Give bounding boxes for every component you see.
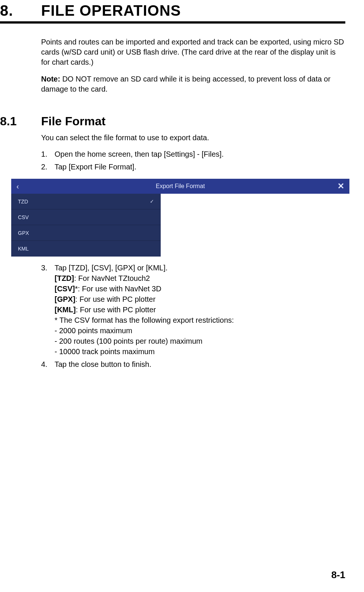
step-text: Tap [Export File Format]. (55, 162, 345, 172)
note-label: Note: (41, 75, 60, 83)
chapter-header: 8. FILE OPERATIONS (0, 0, 345, 19)
format-desc-kml: [KML]: For use with PC plotter (55, 304, 345, 315)
step-number: 1. (41, 149, 55, 159)
format-desc-tzd: [TZD]: For NavNet TZtouch2 (55, 273, 345, 283)
section-number: 8.1 (0, 114, 41, 128)
option-label: CSV (18, 214, 29, 220)
intro-note: Note: DO NOT remove an SD card while it … (41, 74, 345, 94)
section-header: 8.1 File Format (0, 114, 345, 128)
step-3: 3. Tap [TZD], [CSV], [GPX] or [KML]. [TZ… (41, 263, 345, 357)
chapter-rule (0, 21, 345, 24)
close-icon: ✕ (337, 181, 344, 191)
csv-restriction-2: - 200 routes (100 points per route) maxi… (55, 336, 345, 346)
file-format-option-kml[interactable]: KML (11, 241, 161, 257)
step-3-intro: Tap [TZD], [CSV], [GPX] or [KML]. (55, 263, 345, 273)
chapter-number: 8. (0, 2, 41, 19)
step-text: Open the home screen, then tap [Settings… (55, 149, 345, 159)
option-label: GPX (18, 230, 29, 236)
check-icon: ✓ (150, 199, 154, 204)
back-button[interactable]: ‹ (16, 179, 19, 194)
step-number: 3. (41, 263, 55, 357)
option-label: TZD (18, 199, 28, 205)
step-text: Tap the close button to finish. (55, 359, 345, 369)
step-1: 1. Open the home screen, then tap [Setti… (41, 149, 345, 159)
export-file-format-screenshot: Export File Format ‹ ✕ TZD ✓ CSV GPX KML (11, 179, 349, 257)
step-number: 2. (41, 162, 55, 172)
file-format-list: TZD ✓ CSV GPX KML (11, 194, 161, 257)
format-desc-csv: [CSV]*: For use with NavNet 3D (55, 283, 345, 294)
file-format-option-csv[interactable]: CSV (11, 209, 161, 225)
format-desc-gpx: [GPX]: For use with PC plotter (55, 294, 345, 304)
steps-list-continued: 3. Tap [TZD], [CSV], [GPX] or [KML]. [TZ… (41, 263, 345, 369)
note-text: DO NOT remove an SD card while it is bei… (41, 75, 330, 93)
intro-paragraph: Points and routes can be imported and ex… (41, 37, 345, 67)
option-label: KML (18, 246, 29, 252)
steps-list: 1. Open the home screen, then tap [Setti… (41, 149, 345, 172)
step-2: 2. Tap [Export File Format]. (41, 162, 345, 172)
csv-restriction-1: - 2000 points maximum (55, 325, 345, 336)
step-text: Tap [TZD], [CSV], [GPX] or [KML]. [TZD]:… (55, 263, 345, 357)
page-number: 8-1 (331, 569, 345, 581)
dialog-title: Export File Format (156, 183, 205, 190)
csv-restriction-3: - 10000 track points maximum (55, 346, 345, 357)
step-4: 4. Tap the close button to finish. (41, 359, 345, 369)
csv-restrictions-intro: * The CSV format has the following expor… (55, 315, 345, 325)
chevron-left-icon: ‹ (16, 182, 19, 191)
close-button[interactable]: ✕ (337, 179, 344, 194)
file-format-option-gpx[interactable]: GPX (11, 225, 161, 241)
chapter-title: FILE OPERATIONS (41, 2, 181, 19)
step-number: 4. (41, 359, 55, 369)
section-intro: You can select the file format to use to… (41, 133, 345, 143)
dialog-header: Export File Format (11, 179, 349, 194)
file-format-option-tzd[interactable]: TZD ✓ (11, 194, 161, 209)
section-title: File Format (41, 114, 105, 128)
